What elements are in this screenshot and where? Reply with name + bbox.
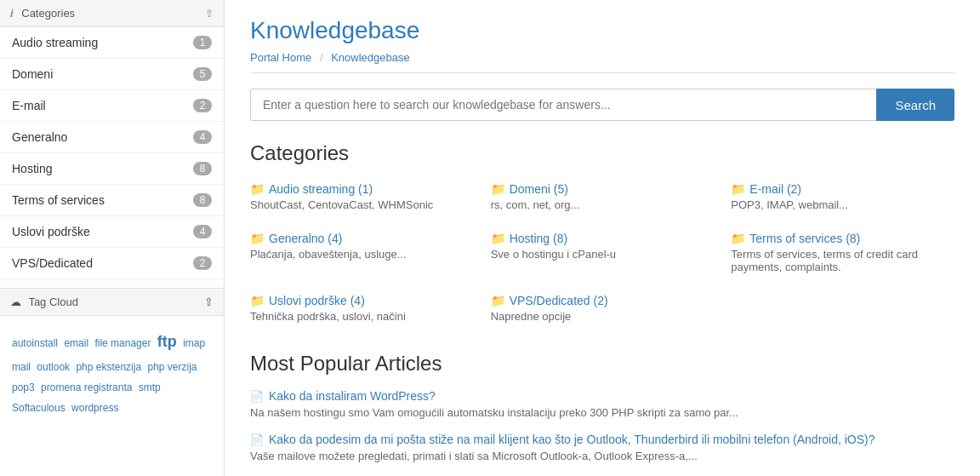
sidebar-item-count: 1 bbox=[193, 36, 212, 49]
category-name: Generalno (4) bbox=[269, 232, 342, 245]
sidebar-item[interactable]: Uslovi podrške 4 bbox=[0, 216, 224, 248]
article-icon: 📄 bbox=[250, 390, 264, 403]
folder-icon: 📁 bbox=[731, 232, 745, 245]
sidebar-item[interactable]: E-mail 2 bbox=[0, 90, 224, 122]
sidebar-item-label: Domeni bbox=[12, 67, 53, 81]
tag-link[interactable]: wordpress bbox=[71, 402, 118, 414]
sidebar-item-label: Audio streaming bbox=[12, 36, 98, 49]
folder-icon: 📁 bbox=[250, 232, 265, 245]
tag-link[interactable]: php verzija bbox=[147, 361, 197, 373]
article-item: 📄 Kako da instaliram WordPress? Na našem… bbox=[250, 389, 954, 419]
folder-icon: 📁 bbox=[491, 294, 505, 307]
sidebar-item[interactable]: Generalno 4 bbox=[0, 122, 224, 153]
category-desc: Tehnička podrška, uslovi, načini bbox=[250, 310, 474, 323]
article-title-link[interactable]: 📄 Kako da instaliram WordPress? bbox=[250, 389, 954, 403]
page-title: Knowledgebase bbox=[250, 17, 954, 44]
tag-link[interactable]: php ekstenzija bbox=[76, 361, 141, 373]
tag-link[interactable]: ftp bbox=[157, 333, 177, 350]
sidebar-item-count: 4 bbox=[193, 130, 212, 144]
sidebar-item[interactable]: Domeni 5 bbox=[0, 59, 224, 90]
tag-cloud-section-header: ☁ Tag Cloud ⇧ bbox=[0, 288, 224, 316]
tag-link[interactable]: smtp bbox=[139, 381, 161, 393]
category-name: Domeni (5) bbox=[510, 182, 568, 196]
folder-icon: 📁 bbox=[491, 182, 505, 196]
category-name: Terms of services (8) bbox=[749, 232, 860, 245]
tag-link[interactable]: email bbox=[64, 337, 88, 349]
category-card: 📁 Hosting (8) Sve o hostingu i cPanel-u bbox=[491, 228, 715, 277]
articles-list: 📄 Kako da instaliram WordPress? Na našem… bbox=[250, 389, 954, 462]
popular-articles-title: Most Popular Articles bbox=[250, 352, 954, 376]
category-link[interactable]: 📁 Terms of services (8) bbox=[731, 232, 954, 245]
categories-grid: 📁 Audio streaming (1) ShoutCast, Centova… bbox=[250, 179, 954, 326]
main-content: Knowledgebase Portal Home / Knowledgebas… bbox=[225, 0, 980, 476]
folder-icon: 📁 bbox=[731, 182, 745, 196]
tag-link[interactable]: promena registranta bbox=[41, 381, 132, 393]
category-link[interactable]: 📁 Generalno (4) bbox=[250, 232, 474, 245]
breadcrumb-home[interactable]: Portal Home bbox=[250, 51, 311, 64]
breadcrumb: Portal Home / Knowledgebase bbox=[250, 51, 954, 73]
category-name: Uslovi podrške (4) bbox=[269, 294, 365, 307]
category-link[interactable]: 📁 VPS/Dedicated (2) bbox=[491, 294, 715, 307]
sidebar-item-count: 8 bbox=[193, 193, 212, 207]
article-icon: 📄 bbox=[250, 433, 264, 446]
sidebar-item-label: Hosting bbox=[12, 162, 52, 175]
category-desc: Sve o hostingu i cPanel-u bbox=[491, 248, 715, 261]
sidebar-item[interactable]: VPS/Dedicated 2 bbox=[0, 248, 224, 279]
search-button[interactable]: Search bbox=[876, 89, 954, 121]
folder-icon: 📁 bbox=[491, 232, 505, 245]
sidebar-item[interactable]: Audio streaming 1 bbox=[0, 27, 224, 59]
tag-link[interactable]: Softaculous bbox=[12, 402, 66, 414]
sidebar-item-count: 2 bbox=[193, 256, 212, 270]
tag-link[interactable]: imap bbox=[183, 337, 205, 349]
article-title: Kako da instaliram WordPress? bbox=[269, 389, 436, 403]
info-icon: i bbox=[10, 7, 14, 20]
article-desc: Na našem hostingu smo Vam omogućili auto… bbox=[250, 406, 954, 419]
sidebar-item-label: Terms of services bbox=[12, 193, 105, 207]
category-card: 📁 Domeni (5) rs, com, net, org... bbox=[491, 179, 715, 215]
category-card: 📁 E-mail (2) POP3, IMAP, webmail... bbox=[731, 179, 954, 215]
tag-cloud-label: Tag Cloud bbox=[28, 295, 78, 308]
folder-icon: 📁 bbox=[250, 182, 265, 196]
tag-link[interactable]: pop3 bbox=[12, 381, 35, 393]
tag-link[interactable]: autoinstall bbox=[12, 337, 58, 349]
category-link[interactable]: 📁 E-mail (2) bbox=[731, 182, 954, 196]
sidebar-item-label: Generalno bbox=[12, 130, 67, 144]
category-link[interactable]: 📁 Domeni (5) bbox=[491, 182, 715, 196]
category-card: 📁 Uslovi podrške (4) Tehnička podrška, u… bbox=[250, 290, 474, 326]
category-desc: Napredne opcije bbox=[491, 310, 715, 323]
chevron-up-icon-tags: ⇧ bbox=[204, 295, 214, 308]
tag-link[interactable]: outlook bbox=[37, 361, 70, 373]
category-link[interactable]: 📁 Audio streaming (1) bbox=[250, 182, 474, 196]
tag-cloud: autoinstall email file manager ftp imap … bbox=[0, 316, 224, 428]
sidebar-item-count: 5 bbox=[193, 67, 212, 81]
sidebar-item-count: 4 bbox=[193, 225, 212, 238]
category-link[interactable]: 📁 Uslovi podrške (4) bbox=[250, 294, 474, 307]
article-title: Kako da podesim da mi pošta stiže na mai… bbox=[269, 433, 875, 446]
sidebar-items-list: Audio streaming 1Domeni 5E-mail 2General… bbox=[0, 27, 224, 279]
category-name: VPS/Dedicated (2) bbox=[510, 294, 608, 307]
breadcrumb-separator: / bbox=[320, 51, 323, 64]
sidebar-item-label: E-mail bbox=[12, 99, 46, 112]
category-name: E-mail (2) bbox=[749, 182, 801, 196]
sidebar-item[interactable]: Hosting 8 bbox=[0, 153, 224, 185]
categories-section-title: Categories bbox=[250, 141, 954, 165]
category-card: 📁 Terms of services (8) Terms of service… bbox=[731, 228, 954, 277]
sidebar-item-label: Uslovi podrške bbox=[12, 225, 90, 238]
cloud-icon: ☁ bbox=[10, 295, 21, 308]
category-name: Audio streaming (1) bbox=[269, 182, 373, 196]
tag-link[interactable]: mail bbox=[12, 361, 31, 373]
category-card: 📁 Generalno (4) Plaćanja, obaveštenja, u… bbox=[250, 228, 474, 277]
category-desc: Plaćanja, obaveštenja, usluge... bbox=[250, 248, 474, 261]
search-input[interactable] bbox=[250, 89, 876, 121]
breadcrumb-current: Knowledgebase bbox=[331, 51, 410, 64]
tag-link[interactable]: file manager bbox=[94, 337, 151, 349]
search-bar: Search bbox=[250, 89, 954, 121]
chevron-up-icon: ⇧ bbox=[205, 8, 214, 20]
sidebar-item[interactable]: Terms of services 8 bbox=[0, 185, 224, 216]
article-title-link[interactable]: 📄 Kako da podesim da mi pošta stiže na m… bbox=[250, 433, 954, 446]
category-desc: rs, com, net, org... bbox=[491, 198, 715, 211]
category-link[interactable]: 📁 Hosting (8) bbox=[491, 232, 715, 245]
categories-section-header: i Categories ⇧ bbox=[0, 0, 224, 27]
category-desc: Terms of services, terms of credit card … bbox=[731, 248, 954, 273]
category-card: 📁 Audio streaming (1) ShoutCast, Centova… bbox=[250, 179, 474, 215]
